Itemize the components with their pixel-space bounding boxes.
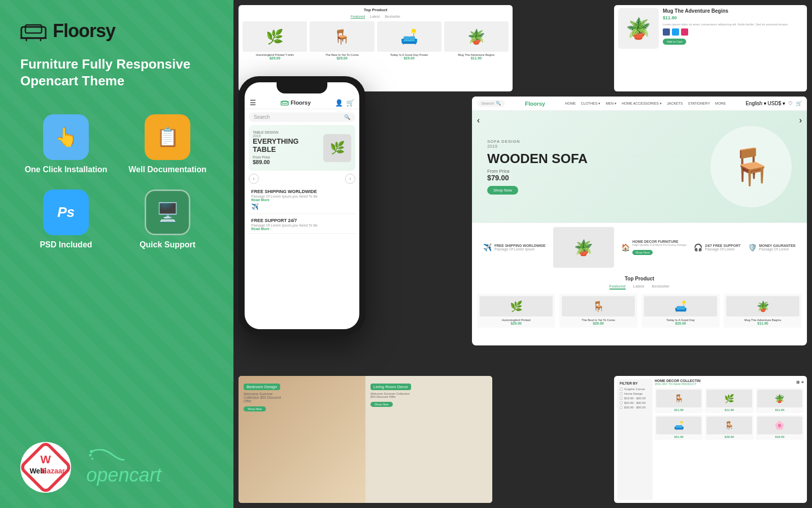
desktop-search[interactable]: Search 🔍 (477, 100, 505, 107)
view-toggle: ⊞ ≡ (796, 380, 804, 385)
hero-price: $89.00 (253, 159, 323, 165)
top-product-title: Top Product (243, 8, 509, 12)
search-icon: 🔍 (496, 101, 501, 106)
desktop-header-actions: English ▾ USD$ ▾ ♡ 🛒 (746, 101, 802, 106)
phone-logo-icon (281, 100, 289, 106)
mini-product-image: 🛋️ (656, 417, 701, 434)
mini-product-image: 🪑 (656, 390, 701, 407)
search-text: Search (481, 101, 494, 106)
tab-featured[interactable]: Featured (610, 284, 626, 290)
nav-stationery[interactable]: STATIONERY (688, 102, 710, 106)
documentation-label: Well Documentation (128, 165, 207, 174)
feature-link[interactable]: Read More (251, 227, 353, 231)
phone-feature-support: FREE SUPPORT 24/7 Passage Of Lorem Ipsum… (249, 215, 355, 234)
product-image: 🪴 (444, 21, 509, 52)
bedroom-cta[interactable]: Shop Now (244, 406, 266, 411)
filter-checkbox[interactable] (620, 397, 623, 400)
wb-logo-svg: W Webi Bazaar (20, 442, 71, 493)
logo-area: Floorsy (20, 20, 115, 42)
nav-more[interactable]: MORE (715, 102, 726, 106)
prev-button[interactable]: ‹ (249, 174, 259, 184)
filter-checkbox[interactable] (620, 401, 623, 404)
phone-nav-arrows: ‹ › (245, 173, 359, 185)
one-click-label: One Click Installation (25, 165, 108, 174)
facebook-icon[interactable] (663, 28, 670, 36)
feature-desc: Passage Of Lorem Ipsum,you Need To Be (251, 224, 353, 227)
feature-one-click: 👆 One Click Installation (20, 114, 112, 174)
living-cta[interactable]: Shop Now (370, 402, 393, 407)
shop-content: FILTER BY Graphic Corner Home Design $10… (614, 376, 807, 503)
filter-label: $10.00 - $20.00 (624, 397, 646, 400)
phone-cart-icon[interactable]: 🛒 (346, 99, 354, 107)
home-icon: 🏠 (621, 243, 630, 251)
product-detail-screenshot: 🪴 Mug The Adventure Begins $11.90 Lorem … (614, 5, 807, 91)
shop-now-small[interactable]: Shop Now (632, 250, 653, 255)
product-card: 🪑 The Best Is Yet To Come $29.00 (559, 294, 637, 328)
mini-product-card: 🛋️ $21.90 (655, 415, 703, 440)
nav-clothes[interactable]: CLOTHES ▾ (581, 102, 600, 106)
add-to-cart-button[interactable]: Add to Cart (663, 39, 686, 45)
product-price: $29.00 (644, 322, 717, 325)
wishlist-icon[interactable]: ♡ (788, 101, 793, 106)
tab-latest[interactable]: Latest (633, 284, 645, 290)
product-detail-description: Lorem ipsum dolor sit amet, consectetur … (663, 22, 803, 26)
social-share (663, 28, 803, 36)
hero-category: TABLE DESIGN (253, 131, 323, 134)
support-label: Quick Support (140, 240, 195, 249)
product-price: $29.00 (243, 56, 307, 60)
hero-nav-next[interactable]: › (799, 116, 802, 125)
phone-search-bar[interactable]: Search 🔍 (249, 112, 355, 122)
shop-now-button[interactable]: Shop Now (487, 186, 518, 195)
product-tabs: Featured Latest Bestseller (477, 284, 802, 290)
next-button[interactable]: › (345, 174, 355, 184)
product-card: 🪴 Mug The Adventure Begins $11.90 (724, 294, 802, 328)
psd-label: PSD Included (40, 240, 92, 249)
tab-featured[interactable]: Featured (351, 15, 365, 19)
phone-outer-shell: ☰ Floorsy 👤 🛒 (239, 76, 365, 335)
living-badge: Living Room Decor (370, 384, 411, 390)
mini-product-price: $11.90 (656, 408, 701, 411)
right-panel: Top Product Featured Latest Bestseller 🌿… (233, 0, 812, 508)
tab-latest[interactable]: Latest (370, 15, 380, 19)
filter-checkbox[interactable] (620, 392, 623, 395)
product-price: $29.00 (480, 322, 553, 325)
floorsy-logo-icon (20, 21, 47, 41)
shipping-feature: ✈️ FREE SHIPPING WORLDWIDEPassage Of Lor… (483, 227, 546, 268)
nav-jackets[interactable]: JACKETS (667, 102, 683, 106)
phone-user-icon[interactable]: 👤 (335, 99, 343, 107)
sofa-image-circle: 🪑 (710, 126, 792, 207)
nav-home-acc[interactable]: HOME ACCESSORIES ▾ (622, 102, 662, 106)
mini-product-image: 🌸 (757, 417, 802, 434)
mini-product-price: $21.90 (656, 435, 701, 438)
shop-screenshot: FILTER BY Graphic Corner Home Design $10… (614, 376, 807, 503)
tab-bestseller[interactable]: Bestseller (652, 284, 669, 290)
language-selector[interactable]: English ▾ USD$ ▾ (746, 101, 785, 106)
hamburger-icon[interactable]: ☰ (250, 99, 256, 107)
phone-logo: Floorsy (281, 100, 311, 106)
svg-text:Bazaar: Bazaar (42, 467, 65, 475)
list-view-icon[interactable]: ≡ (801, 380, 804, 385)
desktop-nav: HOME CLOTHES ▾ MEN ▾ HOME ACCESSORIES ▾ … (565, 102, 726, 106)
hero-nav-prev[interactable]: ‹ (477, 116, 480, 125)
product-detail-image: 🪴 (618, 8, 659, 49)
nav-home[interactable]: HOME (565, 102, 576, 106)
nav-men[interactable]: MEN ▾ (605, 102, 617, 106)
tab-bestseller[interactable]: Bestseller (385, 15, 400, 19)
phone-hero-text: TABLE DESIGN 2019 EVERYTHING TABLE From … (253, 131, 323, 165)
desktop-hero: ‹ › SOFA DESIGN 2019 WOODEN SOFA From Pr… (472, 111, 807, 223)
mini-product-card: 🪴 $11.90 (756, 388, 804, 413)
filter-checkbox[interactable] (620, 406, 623, 409)
mini-product-image: 🪑 (706, 417, 752, 434)
product-item: 🪴 Mug The Adventure Begins $11.90 (444, 21, 509, 60)
feature-link[interactable]: Read More (251, 198, 353, 202)
grid-view-icon[interactable]: ⊞ (796, 380, 800, 385)
instagram-icon[interactable] (681, 28, 688, 36)
filter-checkbox[interactable] (620, 388, 623, 391)
products-area: HOME DECOR COLLECTIN 35% OFF TO NEW PROD… (655, 379, 804, 500)
cart-icon[interactable]: 🛒 (796, 101, 802, 106)
shop-title: HOME DECOR COLLECTIN (655, 379, 700, 383)
filter-item: $20.00 - $30.00 (620, 401, 650, 404)
filter-item: Graphic Corner (620, 388, 650, 391)
opencart-text: opencart (86, 464, 161, 486)
twitter-icon[interactable] (672, 28, 679, 36)
